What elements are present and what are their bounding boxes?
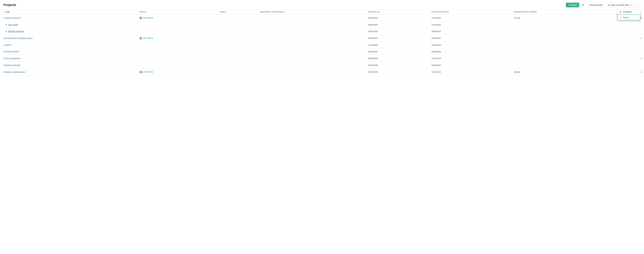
- latest-activity-cell: 12/11/2020: [430, 55, 512, 62]
- gantt-label: Open as Gantt view: [611, 4, 629, 6]
- col-header-custom-field: ADDITIONAL CUSTOM FIELD: [258, 10, 366, 14]
- project-name-link[interactable]: Research project: [4, 50, 19, 53]
- disk-storage-cell: [512, 42, 615, 48]
- col-header-public: PUBLIC: [218, 10, 258, 14]
- more-options-button[interactable]: ⋮: [635, 2, 640, 8]
- project-name-link[interactable]: User guide: [4, 24, 136, 26]
- project-name-link[interactable]: Logistics: [4, 44, 12, 46]
- sort-icon: ↕: [4, 11, 4, 13]
- public-cell: [218, 14, 258, 22]
- chevron-down-icon[interactable]: ∨: [640, 57, 642, 60]
- disk-storage-cell: 470 kB: [512, 14, 615, 22]
- custom-field-cell: [258, 69, 366, 76]
- expand-cell: [615, 42, 644, 48]
- disk-storage-cell: [512, 28, 615, 35]
- projects-tbody: Customer SuccessON TRACK08/16/201911/10/…: [0, 14, 644, 76]
- table-row: Documentation template projectON TRACK02…: [0, 35, 644, 42]
- status-dot: [140, 37, 142, 40]
- latest-activity-cell: 04/23/2021: [430, 28, 512, 35]
- chevron-down-icon[interactable]: ∨: [640, 17, 642, 19]
- chevron-down-icon[interactable]: ∨: [640, 71, 642, 73]
- expand-cell: ∨: [615, 55, 644, 62]
- export-icon: ↗: [620, 16, 622, 19]
- project-name-link[interactable]: Website overhaul: [4, 30, 136, 33]
- project-name-link[interactable]: Documentation template project: [4, 37, 32, 39]
- status-dot: [140, 71, 142, 73]
- project-name-link[interactable]: Website implementation: [4, 71, 25, 73]
- col-header-created-on: CREATED ON: [367, 10, 430, 14]
- gantt-view-button[interactable]: ⊞ Open as Gantt view ↗: [606, 3, 634, 7]
- project-name-link[interactable]: Customer Success: [4, 17, 21, 19]
- export-label: Export: [623, 16, 629, 19]
- external-link-icon: ↗: [630, 4, 631, 6]
- table-row: Logistics12/16/202012/16/2020: [0, 42, 644, 48]
- filter-icon: ▼: [582, 4, 584, 6]
- table-row: Strategy workshop03/04/202004/29/2021: [0, 62, 644, 69]
- latest-activity-cell: 11/10/2021: [430, 14, 512, 22]
- public-cell: [218, 22, 258, 28]
- public-cell: [218, 42, 258, 48]
- chevron-down-icon[interactable]: ∨: [640, 37, 642, 39]
- table-header-row: ↕NAME STATUS PUBLIC ADDITIONAL CUSTOM FI…: [0, 10, 644, 14]
- overall-activity-button[interactable]: Overall activity: [587, 3, 605, 7]
- created-on-cell: 09/04/2019: [367, 22, 430, 28]
- dropdown-item-export[interactable]: ↗ Export: [617, 15, 640, 20]
- disk-storage-cell: [512, 48, 615, 55]
- latest-activity-cell: 05/26/2021: [430, 35, 512, 42]
- project-name-link[interactable]: Scrum introduction: [4, 57, 21, 60]
- status-dot: [140, 17, 142, 19]
- custom-field-cell: [258, 14, 366, 22]
- table-row: Scrum introduction08/16/201912/11/2020∨: [0, 55, 644, 62]
- expand-triangle-icon: [6, 24, 7, 26]
- status-badge: ON TRACK: [140, 71, 216, 73]
- table-row: User guide09/04/201911/10/2021: [0, 22, 644, 28]
- expand-triangle-icon: [6, 31, 7, 32]
- expand-cell: [615, 22, 644, 28]
- table-row: Research project05/19/202009/28/2020: [0, 48, 644, 55]
- col-header-disk-storage: REQUIRED DISK STORAGE: [512, 10, 615, 14]
- latest-activity-cell: 11/10/2021: [430, 22, 512, 28]
- table-row: Website implementationON TRACK03/04/2020…: [0, 69, 644, 76]
- status-label: ON TRACK: [143, 17, 153, 19]
- created-on-cell: 08/16/2019: [367, 14, 430, 22]
- public-cell: [218, 48, 258, 55]
- latest-activity-cell: 04/29/2021: [430, 62, 512, 69]
- created-on-cell: 08/16/2019: [367, 55, 430, 62]
- public-cell: [218, 55, 258, 62]
- page-title: Projects: [4, 3, 16, 7]
- custom-field-cell: [258, 22, 366, 28]
- latest-activity-cell: 11/10/2021: [430, 69, 512, 76]
- public-cell: [218, 69, 258, 76]
- project-name-link[interactable]: Strategy workshop: [4, 64, 20, 66]
- disk-storage-cell: [512, 35, 615, 42]
- latest-activity-cell: 09/28/2020: [430, 48, 512, 55]
- col-header-latest-activity: LATEST ACTIVITY AT: [430, 10, 512, 14]
- public-cell: [218, 35, 258, 42]
- status-badge: ON TRACK: [140, 17, 216, 19]
- status-label: ON TRACK: [143, 37, 153, 39]
- custom-field-cell: [258, 42, 366, 48]
- gantt-icon: ⊞: [608, 4, 610, 6]
- col-header-name: ↕NAME: [0, 10, 138, 14]
- projects-table-container: ↕NAME STATUS PUBLIC ADDITIONAL CUSTOM FI…: [0, 10, 644, 76]
- dropdown-menu: ⚙ Configure ↗ Export: [617, 9, 640, 21]
- dropdown-item-configure[interactable]: ⚙ Configure: [617, 9, 640, 15]
- table-row: Website overhaul09/27/201904/23/2021: [0, 28, 644, 35]
- configure-icon: ⚙: [620, 11, 622, 13]
- expand-cell: [615, 48, 644, 55]
- created-on-cell: 03/04/2020: [367, 69, 430, 76]
- status-label: ON TRACK: [143, 71, 153, 73]
- public-cell: [218, 28, 258, 35]
- created-on-cell: 12/16/2020: [367, 42, 430, 48]
- custom-field-cell: [258, 28, 366, 35]
- add-project-button[interactable]: + Project: [566, 3, 579, 7]
- projects-table: ↕NAME STATUS PUBLIC ADDITIONAL CUSTOM FI…: [0, 10, 644, 76]
- public-cell: [218, 62, 258, 69]
- filter-button[interactable]: ▼: [580, 3, 586, 7]
- created-on-cell: 02/04/2021: [367, 35, 430, 42]
- page-header: Projects + Project ▼ Overall activity ⊞ …: [0, 0, 644, 10]
- header-actions: + Project ▼ Overall activity ⊞ Open as G…: [566, 2, 640, 8]
- table-row: Customer SuccessON TRACK08/16/201911/10/…: [0, 14, 644, 22]
- expand-cell: ∨: [615, 69, 644, 76]
- latest-activity-cell: 12/16/2020: [430, 42, 512, 48]
